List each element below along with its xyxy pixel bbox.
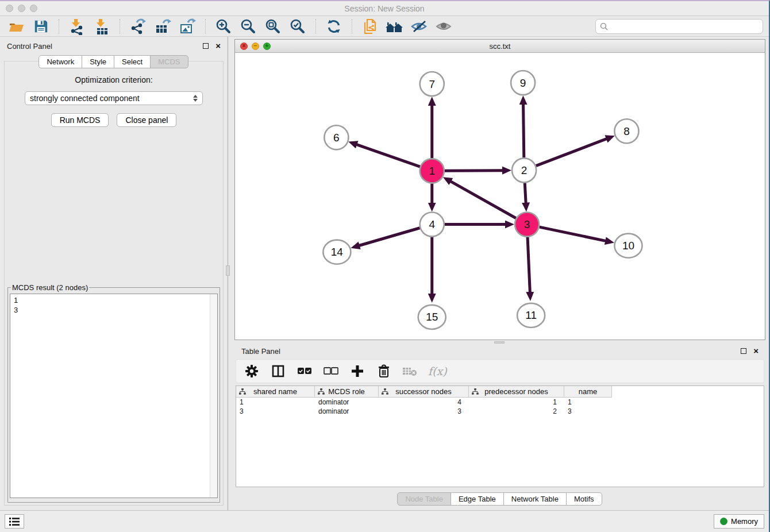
eye-icon [435, 18, 453, 35]
save-session-button[interactable] [30, 17, 51, 36]
node-table[interactable]: shared name MCDS role [236, 385, 764, 487]
zoom-selected-button[interactable] [287, 17, 308, 36]
delete-table-icon [402, 365, 418, 377]
tab-edge-table[interactable]: Edge Table [451, 492, 504, 506]
horizontal-splitter[interactable] [234, 340, 765, 344]
run-mcds-button[interactable]: Run MCDS [51, 113, 109, 127]
import-network-button[interactable] [67, 17, 87, 36]
graph-edge-2-9[interactable] [523, 103, 524, 157]
vertical-splitter[interactable] [228, 37, 232, 510]
open-session-button[interactable] [6, 17, 26, 36]
tab-motifs[interactable]: Motifs [566, 492, 602, 506]
delete-columns-button[interactable] [375, 363, 392, 380]
task-history-button[interactable] [5, 514, 24, 529]
graph-node-10[interactable]: 10 [614, 234, 642, 258]
export-image-button[interactable] [177, 17, 198, 36]
table-row[interactable]: 1 dominator 4 1 1 [236, 398, 764, 407]
result-scrollbar[interactable] [210, 294, 217, 498]
close-network-button[interactable]: × [240, 43, 248, 50]
graph-node-15[interactable]: 15 [418, 305, 446, 329]
control-panel: Control Panel × Network Style Select MCD… [0, 37, 228, 510]
tab-select[interactable]: Select [114, 55, 151, 68]
tab-network-table[interactable]: Network Table [503, 492, 567, 506]
graph-edge-1-2[interactable] [445, 171, 503, 171]
graph-edge-2-8[interactable] [536, 138, 607, 165]
delete-table-button[interactable] [402, 363, 419, 380]
graph-edge-1-6[interactable] [356, 144, 419, 167]
optimization-select[interactable]: strongly connected component [25, 91, 203, 105]
graph-node-6[interactable]: 6 [324, 125, 348, 149]
table-header-row: shared name MCDS role [236, 386, 764, 398]
tab-network[interactable]: Network [38, 55, 82, 68]
graph-node-7[interactable]: 7 [420, 72, 444, 96]
column-header-successor-nodes[interactable]: successor nodes [379, 386, 469, 398]
zoom-fit-button[interactable] [263, 17, 283, 36]
column-header-mcds-role[interactable]: MCDS role [315, 386, 379, 398]
graph-node-8[interactable]: 8 [614, 119, 638, 143]
function-builder-button[interactable]: f(x) [428, 365, 447, 377]
close-panel-button[interactable]: Close panel [117, 113, 176, 127]
maximize-network-button[interactable]: + [263, 43, 271, 50]
table-settings-button[interactable] [243, 363, 260, 380]
cell-name: 1 [564, 398, 612, 406]
zoom-out-button[interactable] [238, 17, 259, 36]
tab-node-table[interactable]: Node Table [397, 492, 451, 506]
export-table-button[interactable] [152, 17, 173, 36]
graph-node-3[interactable]: 3 [515, 213, 539, 237]
graph-node-2[interactable]: 2 [512, 158, 536, 182]
tab-mcds[interactable]: MCDS [150, 55, 188, 68]
checkboxes-checked-icon [297, 367, 312, 376]
first-neighbors-button[interactable] [384, 17, 405, 36]
column-header-name[interactable]: name [564, 386, 612, 398]
columns-icon [271, 364, 285, 378]
eye-slash-icon [410, 18, 429, 35]
network-graph[interactable]: 1234678910111415 [235, 53, 765, 340]
show-all-button[interactable] [434, 17, 455, 36]
graph-node-1[interactable]: 1 [420, 159, 444, 183]
search-input[interactable] [611, 22, 759, 30]
close-panel-icon[interactable]: × [215, 43, 221, 49]
mcds-result-list[interactable]: 1 3 [10, 294, 218, 498]
graph-edge-3-11[interactable] [528, 237, 530, 293]
import-table-button[interactable] [91, 17, 112, 36]
show-columns-button[interactable] [270, 363, 287, 380]
graph-node-14[interactable]: 14 [323, 240, 351, 264]
svg-text:15: 15 [426, 311, 438, 323]
search-field[interactable] [595, 19, 763, 34]
refresh-button[interactable] [324, 17, 344, 36]
create-column-button[interactable] [349, 363, 366, 380]
table-panel-tabs: Node Table Edge Table Network Table Moti… [234, 487, 765, 510]
splitter-grip[interactable] [226, 265, 230, 276]
table-row[interactable]: 3 dominator 3 2 3 [236, 407, 764, 416]
memory-button[interactable]: Memory [714, 514, 764, 529]
export-network-button[interactable] [128, 17, 148, 36]
graph-node-4[interactable]: 4 [420, 213, 444, 237]
graph-edge-3-10[interactable] [540, 227, 607, 241]
graph-edge-3-1[interactable] [450, 181, 516, 218]
close-panel-icon[interactable]: × [753, 348, 759, 354]
graph-node-11[interactable]: 11 [517, 303, 545, 327]
network-canvas[interactable]: 1234678910111415 [235, 53, 765, 340]
column-header-shared-name[interactable]: shared name [236, 386, 315, 398]
main-area: Control Panel × Network Style Select MCD… [0, 37, 769, 510]
tab-style[interactable]: Style [82, 55, 114, 68]
float-panel-icon[interactable] [203, 43, 209, 49]
table-panel-title: Table Panel [241, 347, 280, 356]
zoom-in-button[interactable] [213, 17, 234, 36]
network-overview-button[interactable] [360, 17, 380, 36]
cell-mcds-role: dominator [315, 407, 379, 415]
minimize-network-button[interactable]: − [252, 43, 259, 50]
deselect-all-columns-button[interactable] [322, 363, 340, 380]
column-header-predecessor-nodes[interactable]: predecessor nodes [469, 386, 564, 398]
cell-predecessor-nodes: 1 [469, 398, 564, 406]
graph-edge-4-14[interactable] [359, 228, 420, 246]
select-all-columns-button[interactable] [296, 363, 313, 380]
refresh-icon [325, 18, 342, 35]
checkboxes-unchecked-icon [324, 367, 338, 376]
hide-selected-button[interactable] [409, 17, 430, 36]
float-panel-icon[interactable] [741, 348, 746, 354]
graph-edge-2-3[interactable] [525, 183, 526, 203]
graph-node-9[interactable]: 9 [511, 71, 535, 95]
network-window-traffic-lights: × − + [240, 43, 271, 50]
splitter-grip[interactable] [494, 341, 505, 344]
